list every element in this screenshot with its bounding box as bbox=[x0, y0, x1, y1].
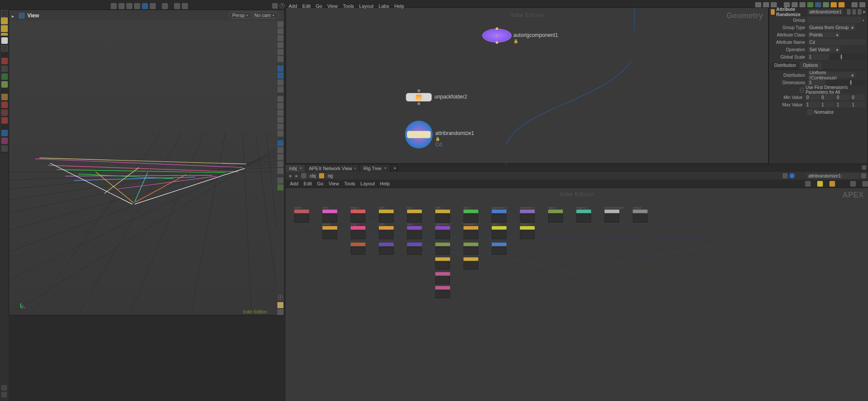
menu-edit[interactable]: Edit bbox=[302, 3, 311, 9]
toolopt1-icon[interactable] bbox=[162, 3, 168, 9]
group-menu-icon[interactable]: ▸ bbox=[863, 18, 865, 22]
apex-node[interactable] bbox=[464, 257, 478, 261]
operation-dropdown[interactable]: Set Value◆ bbox=[808, 46, 840, 53]
opt-icon-5[interactable] bbox=[277, 124, 283, 130]
net-ic-4[interactable] bbox=[850, 181, 856, 187]
max0-input[interactable]: 1 bbox=[805, 102, 820, 108]
disp-icon-3[interactable] bbox=[277, 49, 283, 55]
snap6-icon[interactable] bbox=[150, 3, 156, 9]
tool-icon-10[interactable] bbox=[1, 145, 8, 152]
snap3-icon[interactable] bbox=[126, 3, 132, 9]
apex-node[interactable] bbox=[407, 226, 422, 230]
lock-disp-icon[interactable] bbox=[277, 28, 283, 34]
attr-name-input[interactable]: Cd bbox=[808, 39, 866, 45]
menu-tools[interactable]: Tools bbox=[343, 3, 354, 9]
shade-icon-3[interactable] bbox=[277, 79, 283, 85]
opt-icon-1[interactable] bbox=[277, 96, 283, 102]
shade-icon-4[interactable] bbox=[277, 86, 283, 92]
min0-input[interactable]: 0 bbox=[805, 94, 820, 100]
apex-node[interactable] bbox=[322, 210, 337, 213]
net-ic-2[interactable] bbox=[817, 181, 823, 187]
attr-class-dropdown[interactable]: Points◆ bbox=[808, 32, 840, 38]
apex-node[interactable] bbox=[435, 286, 450, 289]
apex-node[interactable] bbox=[435, 226, 450, 230]
grip-icon[interactable] bbox=[1, 10, 7, 16]
menu-labs[interactable]: Labs bbox=[379, 3, 389, 9]
home-icon[interactable] bbox=[301, 173, 306, 178]
persp-dropdown[interactable]: Persp▾ bbox=[229, 12, 253, 19]
disp-icon-2[interactable] bbox=[277, 35, 283, 41]
tab-rig-tree[interactable]: Rig Tree▾ bbox=[360, 164, 390, 172]
menu2-layout[interactable]: Layout bbox=[361, 181, 375, 186]
shade-icon-sel[interactable] bbox=[277, 66, 283, 72]
vp-bottom-ic1[interactable] bbox=[277, 302, 283, 308]
apex-network-canvas[interactable]: Indie Edition APEX bbox=[286, 187, 868, 401]
apex-node[interactable] bbox=[464, 243, 478, 246]
tool-icon-red3[interactable] bbox=[1, 117, 8, 124]
node-autorigcomponent1[interactable]: ↑ autorigcomponent1 🔒 bbox=[483, 30, 511, 42]
tab-obj-path[interactable]: /obj▾ bbox=[286, 164, 306, 172]
follow-icon[interactable] bbox=[789, 173, 795, 178]
crumb-obj[interactable]: obj bbox=[308, 174, 317, 178]
select-tool-icon[interactable] bbox=[1, 37, 8, 44]
help-param-icon[interactable] bbox=[858, 9, 861, 15]
menu2-add[interactable]: Add bbox=[290, 181, 299, 186]
apex-node[interactable] bbox=[294, 210, 309, 213]
min2-input[interactable]: 0 bbox=[835, 94, 850, 100]
apex-node[interactable] bbox=[605, 210, 619, 213]
grp-icon-7[interactable] bbox=[277, 184, 283, 191]
apex-node[interactable] bbox=[435, 243, 450, 246]
tool-icon-selected[interactable] bbox=[1, 130, 8, 136]
use-first-checkbox[interactable] bbox=[800, 88, 804, 92]
crumb-rig[interactable]: rig bbox=[326, 174, 334, 178]
apex-node[interactable] bbox=[351, 243, 365, 246]
menu2-go[interactable]: Go bbox=[317, 181, 324, 186]
apex-node[interactable] bbox=[435, 257, 450, 261]
min3-input[interactable]: 0 bbox=[851, 94, 865, 100]
grp-icon-4[interactable] bbox=[277, 161, 283, 167]
grp-icon-6[interactable] bbox=[277, 177, 283, 184]
play-icon[interactable]: ▶ bbox=[863, 10, 866, 14]
menu-layout[interactable]: Layout bbox=[359, 3, 374, 9]
apex-node[interactable] bbox=[492, 243, 506, 246]
global-scale-input[interactable]: 1 bbox=[808, 54, 829, 60]
net-ic-5[interactable] bbox=[862, 181, 868, 187]
pin2-icon[interactable] bbox=[783, 173, 788, 178]
dimensions-input[interactable]: 3 bbox=[808, 79, 825, 85]
viewport-canvas[interactable]: Indie Edition bbox=[9, 20, 276, 315]
apex-node[interactable] bbox=[407, 210, 422, 213]
apex-node[interactable] bbox=[379, 243, 394, 246]
search-param-icon[interactable] bbox=[852, 9, 856, 15]
vp-info-icon[interactable]: i bbox=[278, 295, 283, 300]
distribution-dropdown[interactable]: Uniform (Continuous)◆ bbox=[808, 72, 855, 78]
apex-node[interactable] bbox=[435, 272, 450, 276]
link-icon[interactable] bbox=[272, 3, 278, 9]
global-scale-slider[interactable] bbox=[830, 54, 866, 60]
nav-fwd-icon[interactable]: ► bbox=[294, 173, 299, 178]
apex-node[interactable] bbox=[464, 210, 478, 213]
min1-input[interactable]: 0 bbox=[820, 94, 835, 100]
vp-bottom-ic2[interactable] bbox=[277, 309, 283, 315]
shelf-icon-2[interactable] bbox=[1, 25, 8, 32]
tool-icon-red2[interactable] bbox=[1, 102, 8, 108]
apex-node[interactable] bbox=[520, 210, 535, 213]
menu2-edit[interactable]: Edit bbox=[304, 181, 312, 186]
normalize-checkbox[interactable] bbox=[808, 110, 812, 115]
grp-icon-3[interactable] bbox=[277, 154, 283, 160]
menu2-help[interactable]: Help bbox=[380, 181, 390, 186]
snap4-icon[interactable] bbox=[134, 3, 140, 9]
snap-icon[interactable] bbox=[111, 3, 117, 9]
apex-node[interactable] bbox=[435, 210, 450, 213]
gear-icon[interactable] bbox=[847, 9, 851, 15]
apex-node[interactable] bbox=[576, 210, 591, 213]
tab-options[interactable]: Options bbox=[799, 62, 821, 69]
max1-input[interactable]: 1 bbox=[820, 102, 835, 108]
tab-distribution[interactable]: Distribution bbox=[771, 62, 799, 69]
collapse-arrow-icon[interactable]: ▸ bbox=[12, 13, 16, 18]
snap2-icon[interactable] bbox=[118, 3, 125, 9]
menu-help[interactable]: Help bbox=[394, 3, 404, 9]
apex-node[interactable] bbox=[520, 226, 535, 230]
apex-node[interactable] bbox=[351, 210, 365, 213]
apex-node[interactable] bbox=[492, 226, 506, 230]
apex-node[interactable] bbox=[379, 226, 394, 230]
